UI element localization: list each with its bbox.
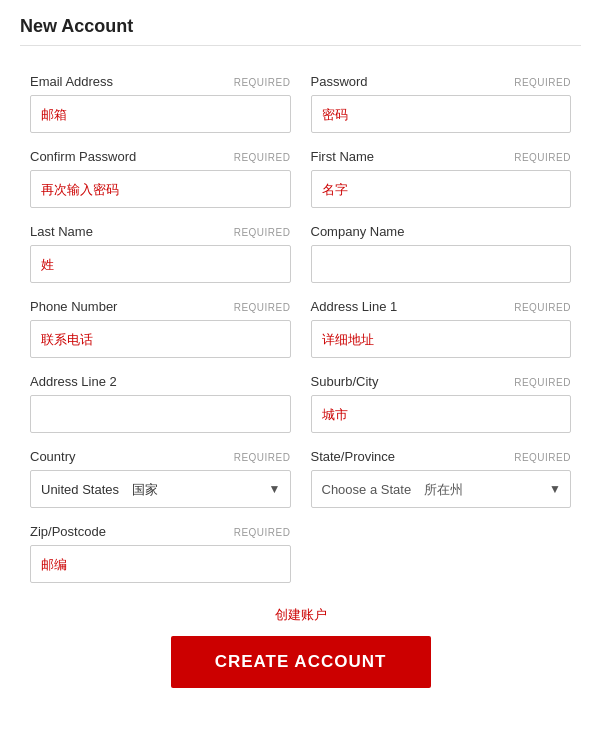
first-name-required: REQUIRED — [514, 152, 571, 163]
first-name-input[interactable] — [311, 170, 572, 208]
address-line1-input[interactable] — [311, 320, 572, 358]
confirm-password-required: REQUIRED — [234, 152, 291, 163]
state-province-field-group: State/Province REQUIRED Choose a State 所… — [301, 441, 582, 516]
suburb-city-label: Suburb/City — [311, 374, 379, 389]
phone-label: Phone Number — [30, 299, 117, 314]
zip-postcode-required: REQUIRED — [234, 527, 291, 538]
phone-field-group: Phone Number REQUIRED — [20, 291, 301, 366]
zip-postcode-input[interactable] — [30, 545, 291, 583]
country-label: Country — [30, 449, 76, 464]
state-province-required: REQUIRED — [514, 452, 571, 463]
company-name-field-group: Company Name — [301, 216, 582, 291]
confirm-password-input[interactable] — [30, 170, 291, 208]
email-label: Email Address — [30, 74, 113, 89]
email-input[interactable] — [30, 95, 291, 133]
confirm-password-label: Confirm Password — [30, 149, 136, 164]
email-field-group: Email Address REQUIRED — [20, 66, 301, 141]
password-input[interactable] — [311, 95, 572, 133]
phone-required: REQUIRED — [234, 302, 291, 313]
state-select-wrapper: Choose a State 所在州 Alabama Alaska Arizon… — [311, 470, 572, 508]
new-account-form: New Account Email Address REQUIRED Passw… — [0, 0, 601, 708]
phone-input[interactable] — [30, 320, 291, 358]
address-line2-input[interactable] — [30, 395, 291, 433]
country-select[interactable]: United States 国家 Canada United Kingdom A… — [30, 470, 291, 508]
last-name-required: REQUIRED — [234, 227, 291, 238]
create-account-link[interactable]: 创建账户 — [275, 607, 327, 622]
zip-postcode-label: Zip/Postcode — [30, 524, 106, 539]
email-required: REQUIRED — [234, 77, 291, 88]
first-name-field-group: First Name REQUIRED — [301, 141, 582, 216]
last-name-field-group: Last Name REQUIRED — [20, 216, 301, 291]
last-name-label: Last Name — [30, 224, 93, 239]
country-field-group: Country REQUIRED United States 国家 Canada… — [20, 441, 301, 516]
state-select[interactable]: Choose a State 所在州 Alabama Alaska Arizon… — [311, 470, 572, 508]
country-select-wrapper: United States 国家 Canada United Kingdom A… — [30, 470, 291, 508]
address-line1-required: REQUIRED — [514, 302, 571, 313]
password-required: REQUIRED — [514, 77, 571, 88]
address-line1-label: Address Line 1 — [311, 299, 398, 314]
address-line1-field-group: Address Line 1 REQUIRED — [301, 291, 582, 366]
address-line2-label: Address Line 2 — [30, 374, 117, 389]
password-label: Password — [311, 74, 368, 89]
suburb-city-field-group: Suburb/City REQUIRED — [301, 366, 582, 441]
create-account-link-row: 创建账户 — [20, 601, 581, 628]
country-required: REQUIRED — [234, 452, 291, 463]
company-name-input[interactable] — [311, 245, 572, 283]
page-title: New Account — [20, 16, 581, 46]
address-line2-field-group: Address Line 2 — [20, 366, 301, 441]
state-province-label: State/Province — [311, 449, 396, 464]
first-name-label: First Name — [311, 149, 375, 164]
form-grid: Email Address REQUIRED Password REQUIRED… — [20, 66, 581, 516]
last-name-input[interactable] — [30, 245, 291, 283]
suburb-city-required: REQUIRED — [514, 377, 571, 388]
confirm-password-field-group: Confirm Password REQUIRED — [20, 141, 301, 216]
suburb-city-input[interactable] — [311, 395, 572, 433]
company-name-label: Company Name — [311, 224, 405, 239]
password-field-group: Password REQUIRED — [301, 66, 582, 141]
create-account-button[interactable]: CREATE ACCOUNT — [171, 636, 431, 688]
zip-postcode-field-group: Zip/Postcode REQUIRED — [20, 516, 301, 591]
